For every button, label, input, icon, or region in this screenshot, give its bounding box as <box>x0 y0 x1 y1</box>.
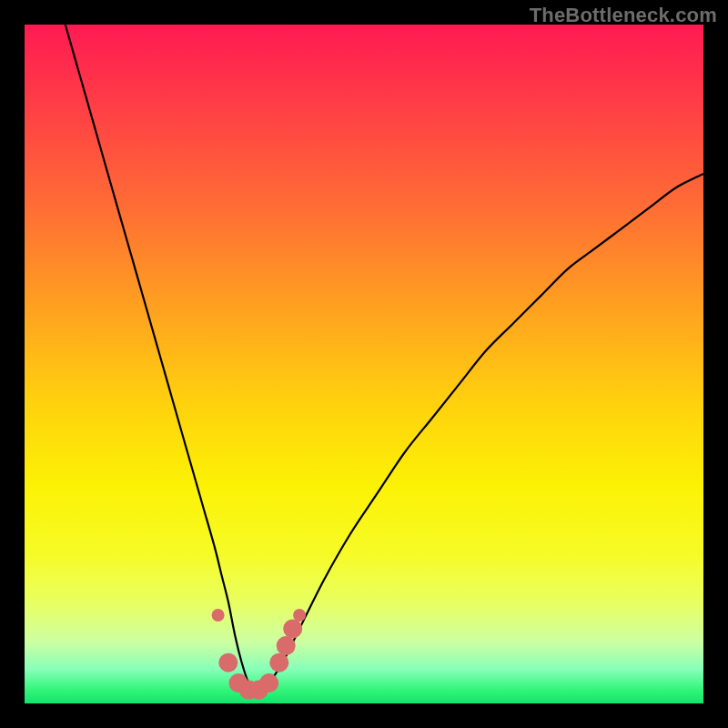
curve-marker <box>218 653 238 672</box>
bottleneck-curve-svg <box>25 25 703 703</box>
curve-marker <box>293 609 306 622</box>
chart-plot-area <box>25 25 703 703</box>
curve-marker <box>212 609 225 622</box>
chart-frame: TheBottleneck.com <box>0 0 728 728</box>
curve-marker <box>259 673 278 693</box>
bottleneck-curve-path <box>66 25 703 691</box>
watermark-text: TheBottleneck.com <box>530 4 717 27</box>
curve-marker <box>277 636 296 655</box>
curve-marker-group <box>212 609 307 700</box>
curve-marker <box>269 653 288 672</box>
curve-marker <box>283 619 302 638</box>
